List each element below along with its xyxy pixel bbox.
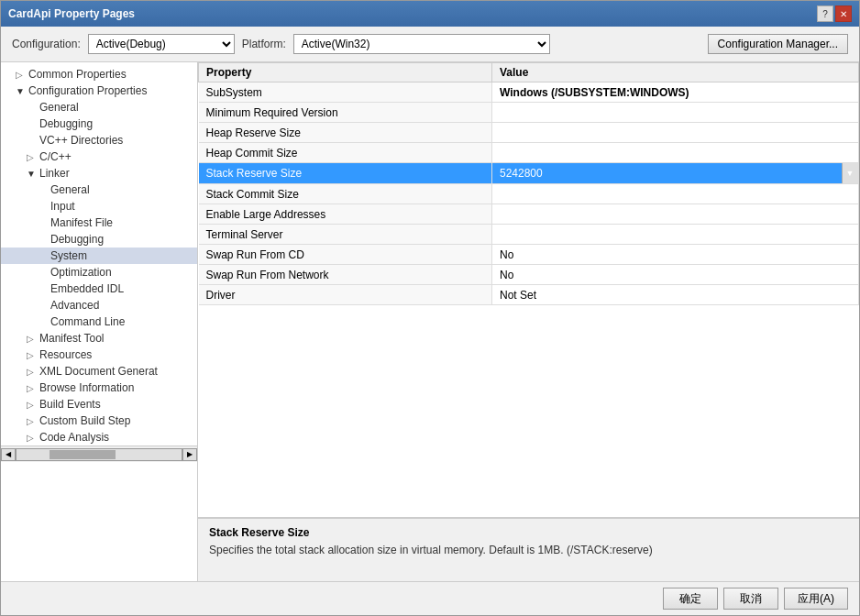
prop-name-terminal-server: Terminal Server — [199, 225, 492, 245]
tree-item-xml-document[interactable]: ▷ XML Document Generat — [1, 363, 197, 380]
tree-label-manifest-tool: Manifest Tool — [39, 332, 104, 345]
tree-item-linker-embedded-idl[interactable]: Embedded IDL — [1, 280, 197, 297]
prop-row-subsystem[interactable]: SubSystem Windows (/SUBSYSTEM:WINDOWS) — [199, 82, 859, 103]
config-select[interactable]: Active(Debug) — [88, 34, 235, 54]
tree-horizontal-scrollbar[interactable] — [16, 448, 182, 461]
scrollbar-thumb — [50, 450, 116, 459]
tree-label-custom-build-step: Custom Build Step — [39, 414, 130, 427]
tree-label-general: General — [39, 101, 79, 114]
tree-item-linker-advanced[interactable]: Advanced — [1, 297, 197, 314]
prop-name-subsystem: SubSystem — [199, 82, 492, 103]
expand-icon-manifest-tool: ▷ — [27, 334, 39, 344]
expand-icon-debugging — [27, 119, 39, 129]
config-manager-button[interactable]: Configuration Manager... — [708, 34, 848, 54]
expand-icon-resources: ▷ — [27, 350, 39, 360]
prop-row-terminal-server[interactable]: Terminal Server — [199, 225, 859, 245]
tree-label-linker-embedded-idl: Embedded IDL — [50, 282, 124, 295]
tree-item-browse-information[interactable]: ▷ Browse Information — [1, 380, 197, 396]
prop-value-swap-run-network: No — [492, 265, 859, 285]
tree-label-debugging: Debugging — [39, 117, 93, 130]
prop-row-swap-run-network[interactable]: Swap Run From Network No — [199, 265, 859, 285]
tree-label-linker-general: General — [50, 183, 90, 196]
tree-label-linker-manifest: Manifest File — [50, 216, 113, 229]
tree-label-linker-system: System — [50, 249, 87, 262]
tree-item-linker-debugging[interactable]: Debugging — [1, 231, 197, 248]
expand-icon-linker-advanced — [38, 301, 50, 311]
prop-row-heap-commit[interactable]: Heap Commit Size — [199, 143, 859, 163]
config-label: Configuration: — [12, 38, 81, 50]
prop-row-min-version[interactable]: Minimum Required Version — [199, 103, 859, 123]
column-header-property: Property — [199, 63, 492, 82]
tree-item-manifest-tool[interactable]: ▷ Manifest Tool — [1, 330, 197, 346]
prop-value-large-addresses — [492, 204, 859, 225]
prop-name-large-addresses: Enable Large Addresses — [199, 204, 492, 225]
tree-label-configuration-properties: Configuration Properties — [28, 84, 147, 97]
prop-name-swap-run-network: Swap Run From Network — [199, 265, 492, 285]
tree-label-cpp: C/C++ — [39, 150, 72, 163]
tree-item-linker-command-line[interactable]: Command Line — [1, 314, 197, 330]
tree-item-linker[interactable]: ▼ Linker — [1, 165, 197, 182]
tree-item-linker-optimization[interactable]: Optimization — [1, 264, 197, 280]
tree-item-resources[interactable]: ▷ Resources — [1, 346, 197, 363]
apply-button[interactable]: 应用(A) — [784, 588, 848, 610]
tree-item-build-events[interactable]: ▷ Build Events — [1, 396, 197, 412]
tree-panel: ▷ Common Properties ▼ Configuration Prop… — [1, 62, 198, 581]
prop-name-min-version: Minimum Required Version — [199, 103, 492, 123]
prop-name-swap-run-cd: Swap Run From CD — [199, 245, 492, 265]
scroll-right-button[interactable]: ▶ — [182, 448, 197, 461]
prop-row-heap-reserve[interactable]: Heap Reserve Size — [199, 123, 859, 143]
tree-item-linker-system[interactable]: System — [1, 248, 197, 264]
expand-icon-linker-system — [38, 251, 50, 261]
prop-row-stack-reserve[interactable]: Stack Reserve Size 5242800 ▼ — [199, 163, 859, 184]
toolbar: Configuration: Active(Debug) Platform: A… — [1, 27, 859, 62]
tree-item-vcpp[interactable]: VC++ Directories — [1, 132, 197, 148]
platform-select[interactable]: Active(Win32) — [293, 34, 550, 54]
tree-item-configuration-properties[interactable]: ▼ Configuration Properties — [1, 82, 197, 99]
tree-item-general[interactable]: General — [1, 99, 197, 116]
close-button[interactable]: ✕ — [835, 6, 852, 22]
prop-name-driver: Driver — [199, 285, 492, 305]
tree-item-cpp[interactable]: ▷ C/C++ — [1, 148, 197, 165]
title-bar-buttons: ? ✕ — [817, 6, 852, 22]
prop-value-subsystem: Windows (/SUBSYSTEM:WINDOWS) — [492, 82, 859, 103]
tree-label-xml-document: XML Document Generat — [39, 365, 158, 378]
prop-row-driver[interactable]: Driver Not Set — [199, 285, 859, 305]
expand-icon-linker-input — [38, 202, 50, 212]
prop-row-swap-run-cd[interactable]: Swap Run From CD No — [199, 245, 859, 265]
prop-row-stack-commit[interactable]: Stack Commit Size — [199, 184, 859, 204]
expand-icon-xml-document: ▷ — [27, 367, 39, 377]
main-window: CardApi Property Pages ? ✕ Configuration… — [0, 0, 860, 616]
tree-item-linker-manifest[interactable]: Manifest File — [1, 214, 197, 231]
prop-row-large-addresses[interactable]: Enable Large Addresses — [199, 204, 859, 225]
prop-value-terminal-server — [492, 225, 859, 245]
prop-name-stack-commit: Stack Commit Size — [199, 184, 492, 204]
expand-icon-linker-optimization — [38, 268, 50, 278]
expand-icon-linker: ▼ — [27, 169, 39, 179]
property-grid: Property Value SubSystem Windows (/SUBSY… — [198, 62, 859, 517]
scroll-left-button[interactable]: ◀ — [1, 448, 16, 461]
platform-label: Platform: — [242, 38, 286, 50]
tree-label-common-properties: Common Properties — [28, 68, 127, 81]
expand-icon-linker-manifest — [38, 218, 50, 228]
ok-button[interactable]: 确定 — [663, 588, 718, 610]
expand-icon-custom-build-step: ▷ — [27, 416, 39, 426]
tree-item-common-properties[interactable]: ▷ Common Properties — [1, 66, 197, 82]
prop-value-stack-reserve[interactable]: 5242800 ▼ — [492, 163, 859, 183]
tree-item-linker-general[interactable]: General — [1, 182, 197, 198]
dropdown-button[interactable]: ▼ — [842, 163, 858, 183]
properties-table: Property Value SubSystem Windows (/SUBSY… — [198, 62, 859, 305]
prop-value-heap-reserve — [492, 123, 859, 143]
help-button[interactable]: ? — [817, 6, 833, 22]
tree-item-debugging[interactable]: Debugging — [1, 116, 197, 132]
prop-value-stack-commit — [492, 184, 859, 204]
tree-scrollbar-area: ◀ ▶ — [1, 446, 197, 462]
tree-item-code-analysis[interactable]: ▷ Code Analysis — [1, 429, 197, 446]
tree-item-linker-input[interactable]: Input — [1, 198, 197, 214]
tree-item-custom-build-step[interactable]: ▷ Custom Build Step — [1, 412, 197, 429]
expand-icon-build-events: ▷ — [27, 400, 39, 410]
tree-label-linker-debugging: Debugging — [50, 233, 104, 246]
tree-label-linker-command-line: Command Line — [50, 315, 125, 328]
tree-label-linker-input: Input — [50, 200, 75, 213]
prop-name-heap-reserve: Heap Reserve Size — [199, 123, 492, 143]
cancel-button[interactable]: 取消 — [723, 588, 778, 610]
